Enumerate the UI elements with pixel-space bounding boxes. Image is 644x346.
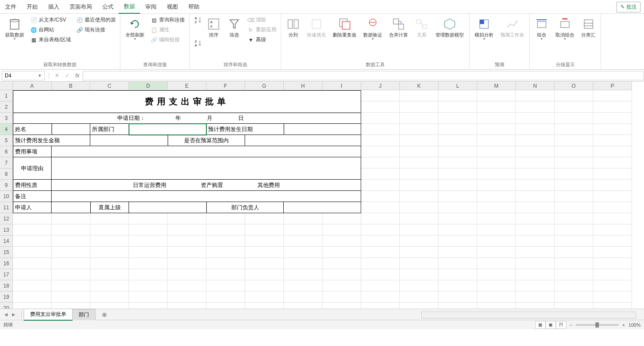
cell-N3[interactable] xyxy=(516,113,555,124)
col-header-G[interactable]: G xyxy=(245,82,284,90)
cell-L17[interactable] xyxy=(439,269,477,280)
cell-M6[interactable] xyxy=(477,146,516,157)
cell-H13[interactable] xyxy=(284,224,322,236)
cell-J20[interactable] xyxy=(361,303,400,309)
tab-next-button[interactable]: ▶ xyxy=(10,312,17,317)
cell-J17[interactable] xyxy=(361,269,400,280)
cell-J19[interactable] xyxy=(361,291,400,303)
cell-L14[interactable] xyxy=(439,236,477,247)
cell-M5[interactable] xyxy=(477,135,516,146)
cell-B13[interactable] xyxy=(52,224,90,236)
get-data-button[interactable]: 获取数据 ▾ xyxy=(3,15,27,43)
cell-K2[interactable] xyxy=(400,101,439,113)
cell-E16[interactable] xyxy=(168,258,206,269)
cell-L6[interactable] xyxy=(439,146,477,157)
cell-K18[interactable] xyxy=(400,280,439,291)
cell-M10[interactable] xyxy=(477,191,516,202)
cell-P4[interactable] xyxy=(593,124,632,135)
col-header-I[interactable]: I xyxy=(322,82,361,90)
cell-P2[interactable] xyxy=(593,101,632,113)
cell-E18[interactable] xyxy=(168,280,206,291)
cell-L20[interactable] xyxy=(439,303,477,309)
cell-G13[interactable] xyxy=(245,224,284,236)
row-header-7[interactable]: 7 xyxy=(0,157,13,168)
cell-G19[interactable] xyxy=(245,291,284,303)
cell-A17[interactable] xyxy=(13,269,52,280)
cell-E17[interactable] xyxy=(168,269,206,280)
cell-N5[interactable] xyxy=(516,135,555,146)
cell-F20[interactable] xyxy=(206,303,245,309)
cell-M14[interactable] xyxy=(477,236,516,247)
cell-P9[interactable] xyxy=(593,180,632,191)
col-header-E[interactable]: E xyxy=(168,82,206,90)
form-item_v[interactable] xyxy=(52,146,361,157)
cell-J8[interactable] xyxy=(361,168,400,180)
cell-A19[interactable] xyxy=(13,291,52,303)
col-header-D[interactable]: D xyxy=(129,82,168,90)
cell-L19[interactable] xyxy=(439,291,477,303)
cell-G12[interactable] xyxy=(245,213,284,224)
cell-M16[interactable] xyxy=(477,258,516,269)
cell-B12[interactable] xyxy=(52,213,90,224)
form-hd_l[interactable]: 部门负责人 xyxy=(206,202,284,213)
form-reason_v[interactable] xyxy=(52,157,361,180)
cell-J16[interactable] xyxy=(361,258,400,269)
cell-N4[interactable] xyxy=(516,124,555,135)
cell-K13[interactable] xyxy=(400,224,439,236)
view-page-button[interactable]: ▣ xyxy=(546,321,556,329)
col-header-B[interactable]: B xyxy=(52,82,90,90)
cell-M2[interactable] xyxy=(477,101,516,113)
cell-L18[interactable] xyxy=(439,280,477,291)
cell-G15[interactable] xyxy=(245,247,284,258)
consolidate-button[interactable]: 合并计算 xyxy=(386,15,411,40)
cell-K20[interactable] xyxy=(400,303,439,309)
cell-L4[interactable] xyxy=(439,124,477,135)
cell-D12[interactable] xyxy=(129,213,168,224)
menu-view[interactable]: 视图 xyxy=(162,0,183,13)
cell-N20[interactable] xyxy=(516,303,555,309)
data-validation-button[interactable]: 数据验证▾ xyxy=(361,15,385,43)
text-to-columns-button[interactable]: 分列 xyxy=(284,15,303,40)
row-header-20[interactable]: 20 xyxy=(0,303,13,309)
cell-N11[interactable] xyxy=(516,202,555,213)
cell-I13[interactable] xyxy=(322,224,361,236)
cell-K8[interactable] xyxy=(400,168,439,180)
cell-L8[interactable] xyxy=(439,168,477,180)
horizontal-scrollbar[interactable] xyxy=(421,312,636,318)
cell-E13[interactable] xyxy=(168,224,206,236)
cell-M15[interactable] xyxy=(477,247,516,258)
cell-B20[interactable] xyxy=(52,303,90,309)
cell-J7[interactable] xyxy=(361,157,400,168)
cell-L7[interactable] xyxy=(439,157,477,168)
cell-F15[interactable] xyxy=(206,247,245,258)
cell-J3[interactable] xyxy=(361,113,400,124)
cell-M8[interactable] xyxy=(477,168,516,180)
cell-P6[interactable] xyxy=(593,146,632,157)
cell-N10[interactable] xyxy=(516,191,555,202)
menu-review[interactable]: 审阅 xyxy=(140,0,162,13)
ungroup-button[interactable]: 取消组合▾ xyxy=(553,15,577,43)
cell-J1[interactable] xyxy=(361,90,400,101)
cell-J5[interactable] xyxy=(361,135,400,146)
cell-K12[interactable] xyxy=(400,213,439,224)
row-header-8[interactable]: 8 xyxy=(0,168,13,180)
cell-I18[interactable] xyxy=(322,280,361,291)
cell-K6[interactable] xyxy=(400,146,439,157)
cell-O1[interactable] xyxy=(555,90,593,101)
row-header-6[interactable]: 6 xyxy=(0,146,13,157)
form-bud_l[interactable]: 是否在预算范围内 xyxy=(168,135,245,146)
cell-P3[interactable] xyxy=(593,113,632,124)
cell-N8[interactable] xyxy=(516,168,555,180)
cell-K5[interactable] xyxy=(400,135,439,146)
cell-J12[interactable] xyxy=(361,213,400,224)
form-amt_l[interactable]: 预计费用发生金额 xyxy=(13,135,90,146)
form-dept_v[interactable] xyxy=(129,124,206,135)
cell-D20[interactable] xyxy=(129,303,168,309)
sheet-tab-2[interactable]: 部门 xyxy=(72,309,95,320)
cell-O16[interactable] xyxy=(555,258,593,269)
cell-B18[interactable] xyxy=(52,280,90,291)
cell-M11[interactable] xyxy=(477,202,516,213)
cell-C16[interactable] xyxy=(90,258,129,269)
cell-P14[interactable] xyxy=(593,236,632,247)
tab-prev-button[interactable]: ◀ xyxy=(3,312,9,317)
